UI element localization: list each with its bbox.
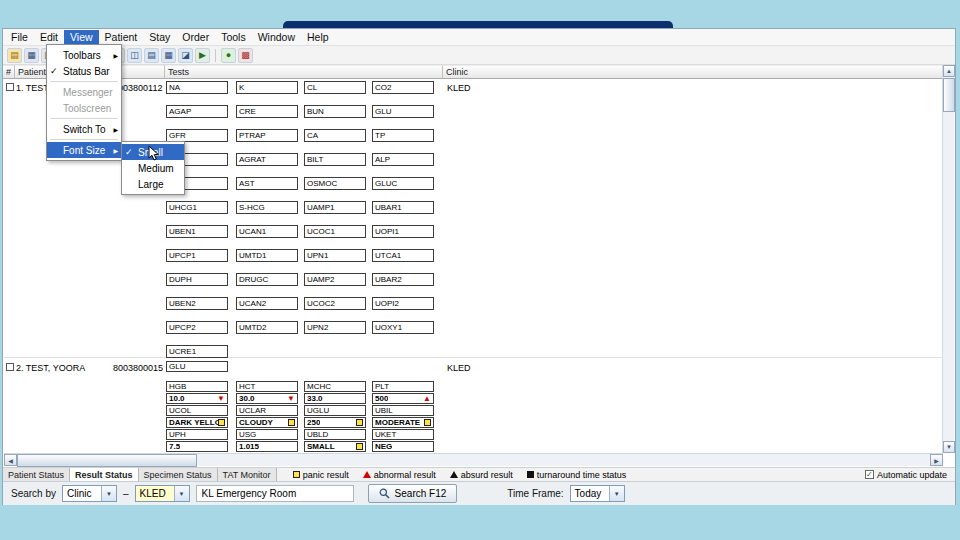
test-cell[interactable]: UOXY1 — [372, 321, 434, 334]
results-grid-icon[interactable]: ▦ — [161, 48, 176, 63]
grid-header-clinic[interactable]: Clinic — [443, 65, 943, 79]
chart-icon[interactable]: ◪ — [178, 48, 193, 63]
horizontal-scrollbar[interactable]: ◀ ▶ — [4, 453, 943, 466]
menu-file[interactable]: File — [5, 30, 34, 44]
test-cell[interactable]: AGAP — [166, 105, 228, 118]
test-cell[interactable]: CA — [304, 129, 366, 142]
test-cell[interactable]: UAMP2 — [304, 273, 366, 286]
test-cell[interactable]: CO2 — [372, 81, 434, 94]
vertical-scrollbar[interactable]: ▲ ▼ — [942, 65, 954, 453]
result-cell[interactable]: 250 — [304, 417, 366, 428]
test-cell[interactable]: GLUC — [372, 177, 434, 190]
test-cell[interactable]: HGB — [166, 381, 228, 392]
menu-item-toolscreen[interactable]: Toolscreen — [47, 100, 121, 116]
test-cell[interactable]: CRE — [236, 105, 298, 118]
test-cell[interactable]: UMTD2 — [236, 321, 298, 334]
result-cell[interactable]: 33.0 — [304, 393, 366, 404]
test-cell[interactable]: UPH — [166, 429, 228, 440]
horizontal-scroll-thumb[interactable] — [17, 454, 197, 467]
tab-specimen-status[interactable]: Specimen Status — [139, 468, 218, 481]
test-cell[interactable]: UCAN2 — [236, 297, 298, 310]
result-cell[interactable]: 7.5 — [166, 441, 228, 452]
play-icon[interactable]: ▶ — [195, 48, 210, 63]
result-cell[interactable]: 500▲ — [372, 393, 434, 404]
test-cell[interactable]: AST — [236, 177, 298, 190]
menu-item-medium[interactable]: Medium — [122, 160, 184, 176]
tab-tat-monitor[interactable]: TAT Monitor — [218, 468, 277, 481]
open-folder-icon[interactable]: ▤ — [7, 48, 22, 63]
menu-order[interactable]: Order — [176, 30, 215, 44]
test-cell[interactable]: BILT — [304, 153, 366, 166]
test-cell[interactable]: UKET — [372, 429, 434, 440]
test-cell[interactable]: GLU — [372, 105, 434, 118]
test-cell[interactable]: UOPI1 — [372, 225, 434, 238]
test-cell[interactable]: UOPI2 — [372, 297, 434, 310]
test-cell[interactable]: UPCP1 — [166, 249, 228, 262]
menu-item-toolbars[interactable]: Toolbars▶ — [47, 47, 121, 63]
menu-item-status-bar[interactable]: ✓Status Bar — [47, 63, 121, 79]
tab-result-status[interactable]: Result Status — [70, 468, 139, 481]
test-cell[interactable]: NA — [166, 81, 228, 94]
patient-checkbox[interactable] — [6, 363, 14, 371]
test-cell[interactable]: UPN2 — [304, 321, 366, 334]
globe-icon[interactable]: ● — [221, 48, 236, 63]
test-cell[interactable]: UBEN1 — [166, 225, 228, 238]
test-cell[interactable]: UBIL — [372, 405, 434, 416]
vertical-scroll-thumb[interactable] — [943, 78, 955, 112]
menu-window[interactable]: Window — [252, 30, 301, 44]
palette-icon[interactable]: ▩ — [238, 48, 253, 63]
automatic-update-checkbox[interactable]: ✓ Automatic update — [865, 470, 947, 480]
result-cell[interactable]: SMALL — [304, 441, 366, 452]
test-cell[interactable]: UCRE1 — [166, 345, 228, 358]
scroll-right-icon[interactable]: ▶ — [930, 454, 943, 466]
test-cell[interactable]: UBEN2 — [166, 297, 228, 310]
result-cell[interactable]: 30.0▼ — [236, 393, 298, 404]
result-cell[interactable]: 10.0▼ — [166, 393, 228, 404]
worklist-icon[interactable]: ▤ — [144, 48, 159, 63]
test-cell[interactable]: UBLD — [304, 429, 366, 440]
test-cell[interactable]: UGLU — [304, 405, 366, 416]
search-button[interactable]: Search F12 — [368, 484, 458, 503]
scroll-up-icon[interactable]: ▲ — [943, 65, 955, 77]
time-frame-combo[interactable]: Today ▼ — [570, 485, 625, 502]
result-cell[interactable]: MODERATE — [372, 417, 434, 428]
test-cell[interactable]: DUPH — [166, 273, 228, 286]
scroll-left-icon[interactable]: ◀ — [4, 454, 17, 466]
menu-tools[interactable]: Tools — [215, 30, 252, 44]
menu-item-font-size[interactable]: Font Size▶ — [47, 142, 121, 158]
menu-view[interactable]: View — [64, 30, 99, 44]
scroll-down-icon[interactable]: ▼ — [943, 441, 955, 453]
result-cell[interactable]: CLOUDY — [236, 417, 298, 428]
test-cell[interactable]: UCLAR — [236, 405, 298, 416]
tab-patient-status[interactable]: Patient Status — [3, 468, 70, 481]
test-cell[interactable]: TP — [372, 129, 434, 142]
test-cell[interactable]: MCHC — [304, 381, 366, 392]
patient-checkbox[interactable] — [6, 83, 14, 91]
result-cell[interactable]: NEG — [372, 441, 434, 452]
test-cell[interactable]: HCT — [236, 381, 298, 392]
test-cell[interactable]: ALP — [372, 153, 434, 166]
test-cell[interactable]: GLU — [166, 361, 228, 372]
test-cell[interactable]: AGRAT — [236, 153, 298, 166]
test-cell[interactable]: UHCG1 — [166, 201, 228, 214]
test-cell[interactable]: CL — [304, 81, 366, 94]
test-cell[interactable]: UAMP1 — [304, 201, 366, 214]
test-cell[interactable]: DRUGC — [236, 273, 298, 286]
test-cell[interactable]: UMTD1 — [236, 249, 298, 262]
test-cell[interactable]: K — [236, 81, 298, 94]
test-cell[interactable]: PTRAP — [236, 129, 298, 142]
grid-header-tests[interactable]: Tests — [165, 65, 443, 79]
test-cell[interactable]: OSMOC — [304, 177, 366, 190]
menu-patient[interactable]: Patient — [99, 30, 144, 44]
menu-edit[interactable]: Edit — [34, 30, 64, 44]
menu-item-large[interactable]: Large — [122, 176, 184, 192]
test-cell[interactable]: UCOC2 — [304, 297, 366, 310]
menu-help[interactable]: Help — [301, 30, 335, 44]
menu-stay[interactable]: Stay — [143, 30, 176, 44]
test-cell[interactable]: UCOL — [166, 405, 228, 416]
test-cell[interactable]: UBAR2 — [372, 273, 434, 286]
test-cell[interactable]: UPN1 — [304, 249, 366, 262]
dropdown-arrow-icon[interactable]: ▼ — [174, 486, 189, 501]
test-cell[interactable]: UCOC1 — [304, 225, 366, 238]
patient-name[interactable]: 2. TEST, YOORA — [16, 363, 85, 373]
